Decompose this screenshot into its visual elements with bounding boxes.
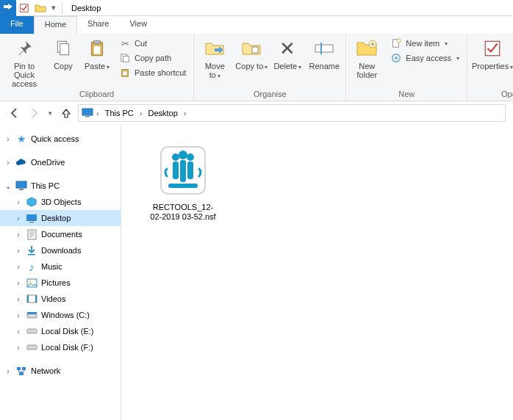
qat-customize-icon[interactable]: ▾ (49, 0, 59, 16)
tree-drive-f[interactable]: ›Local Disk (F:) (0, 339, 121, 355)
tree-drive-c[interactable]: ›Windows (C:) (0, 307, 121, 323)
svg-rect-2 (60, 44, 69, 55)
tree-quick-access[interactable]: ›★Quick access (0, 131, 121, 147)
rename-icon (312, 37, 336, 60)
tree-videos[interactable]: ›Videos (0, 291, 121, 307)
qat-properties-icon[interactable] (16, 0, 32, 16)
group-label-organise: Organise (198, 88, 341, 101)
svg-rect-23 (85, 116, 90, 117)
copy-to-icon (240, 37, 263, 60)
pin-to-quick-access-button[interactable]: Pin to Quick access (4, 35, 44, 88)
breadcrumb-sep[interactable]: › (138, 109, 144, 117)
copy-path-button[interactable]: Copy path (116, 51, 189, 65)
tab-file[interactable]: File (0, 16, 34, 34)
svg-point-45 (187, 153, 194, 161)
tree-drive-e[interactable]: ›Local Disk (E:) (0, 323, 121, 339)
tab-share[interactable]: Share (77, 16, 119, 34)
tree-pictures[interactable]: ›Pictures (0, 275, 121, 291)
paste-button[interactable]: Paste▾ (82, 35, 112, 72)
nav-up-button[interactable] (59, 106, 73, 120)
navigation-tree: ›★Quick access ›OneDrive ⌄This PC ›3D Ob… (0, 125, 121, 420)
rename-label: Rename (309, 62, 340, 70)
cut-icon: ✂ (119, 37, 131, 49)
svg-rect-48 (187, 162, 193, 179)
paste-shortcut-button[interactable]: Paste shortcut (116, 66, 189, 79)
svg-point-15 (397, 39, 401, 43)
file-item-nsf[interactable]: RECTOOLS_12-02-2019 03-52.nsf (148, 141, 218, 222)
svg-rect-47 (180, 160, 186, 182)
delete-icon: ✕ (276, 37, 299, 60)
file-list[interactable]: RECTOOLS_12-02-2019 03-52.nsf (121, 125, 513, 420)
breadcrumb-sep[interactable]: › (95, 109, 101, 117)
star-icon: ★ (15, 132, 28, 145)
pin-icon (12, 37, 36, 60)
move-to-label: Move to▾ (198, 62, 231, 81)
title-bar: ▾ Desktop (0, 0, 513, 16)
easy-access-button[interactable]: Easy access▾ (387, 51, 462, 65)
network-icon (15, 364, 28, 377)
svg-rect-46 (173, 162, 179, 179)
properties-label: Properties▾ (472, 62, 513, 72)
documents-icon (25, 228, 38, 241)
rename-button[interactable]: Rename (307, 35, 341, 70)
svg-rect-33 (27, 295, 29, 303)
copy-to-button[interactable]: Copy to▾ (235, 35, 268, 72)
new-folder-icon (355, 37, 379, 60)
nsf-file-icon (154, 141, 212, 200)
svg-rect-34 (35, 295, 37, 303)
new-item-button[interactable]: New item▾ (387, 37, 462, 50)
tree-this-pc[interactable]: ⌄This PC (0, 178, 121, 194)
drive-icon (25, 308, 38, 322)
nav-recent-button[interactable]: ▾ (46, 106, 54, 120)
breadcrumb-path[interactable]: › This PC › Desktop › (78, 104, 506, 122)
move-to-icon (203, 37, 226, 60)
system-menu-icon[interactable] (0, 0, 16, 16)
tree-desktop[interactable]: ›Desktop (0, 210, 121, 226)
cube-icon (25, 195, 38, 209)
delete-button[interactable]: ✕ Delete▾ (272, 35, 303, 72)
cloud-icon (15, 156, 28, 169)
svg-rect-39 (17, 367, 21, 370)
tab-view[interactable]: View (119, 16, 157, 34)
svg-point-44 (179, 151, 187, 159)
pc-icon (15, 179, 28, 192)
copy-icon (51, 37, 75, 60)
breadcrumb-sep[interactable]: › (182, 109, 188, 117)
svg-rect-49 (168, 184, 198, 188)
qat-new-folder-icon[interactable] (32, 0, 49, 16)
tab-home[interactable]: Home (34, 16, 77, 34)
quick-access-toolbar: ▾ (0, 0, 65, 15)
nav-back-button[interactable] (7, 106, 22, 120)
copy-button[interactable]: Copy (49, 35, 78, 70)
svg-rect-9 (123, 71, 126, 75)
tree-3d-objects[interactable]: ›3D Objects (0, 194, 121, 210)
breadcrumb-desktop[interactable]: Desktop (145, 107, 180, 119)
new-folder-label: New folder (351, 62, 383, 79)
tree-onedrive[interactable]: ›OneDrive (0, 154, 121, 170)
music-icon: ♪ (25, 260, 38, 273)
properties-button[interactable]: Properties▾ (472, 35, 513, 72)
ribbon-group-open: Properties▾ Op Edi His Open (467, 34, 513, 101)
svg-rect-5 (94, 46, 101, 54)
tree-downloads[interactable]: ›Downloads (0, 242, 121, 258)
paste-label: Paste▾ (85, 62, 110, 72)
window-title: Desktop (65, 4, 101, 12)
svg-point-17 (395, 57, 398, 59)
file-item-label: RECTOOLS_12-02-2019 03-52.nsf (148, 203, 218, 222)
svg-rect-26 (26, 214, 37, 221)
tree-network[interactable]: ›Network (0, 363, 121, 379)
move-to-button[interactable]: Move to▾ (198, 35, 231, 81)
svg-rect-27 (29, 222, 34, 223)
svg-rect-10 (252, 47, 258, 53)
tree-music[interactable]: ›♪Music (0, 258, 121, 275)
cut-button[interactable]: ✂Cut (116, 37, 189, 50)
breadcrumb-thispc[interactable]: This PC (102, 107, 137, 119)
ribbon-tabs: File Home Share View (0, 16, 513, 34)
copy-to-label: Copy to▾ (235, 62, 268, 72)
svg-point-43 (172, 153, 179, 161)
new-folder-button[interactable]: New folder (351, 35, 383, 79)
svg-rect-12 (320, 43, 322, 54)
tree-documents[interactable]: ›Documents (0, 226, 121, 242)
nav-forward-button[interactable] (26, 106, 41, 120)
new-item-icon (390, 37, 402, 49)
